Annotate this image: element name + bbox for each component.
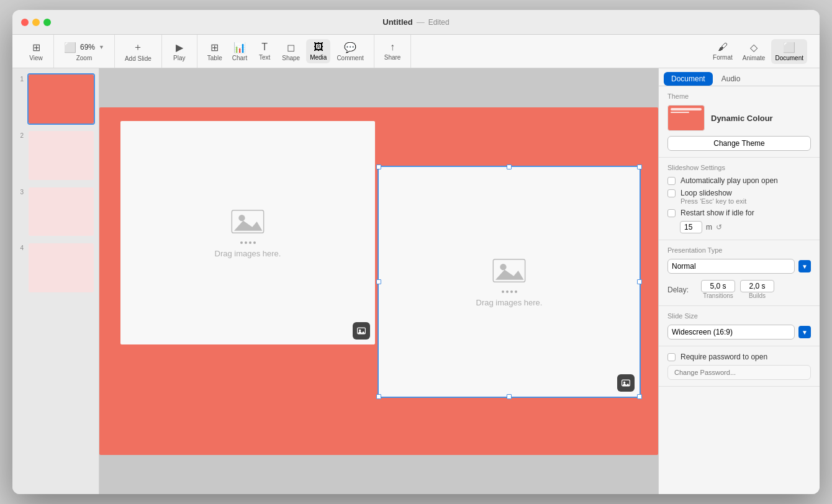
- tab-document[interactable]: Document: [664, 72, 713, 86]
- theme-thumbnail: [667, 105, 705, 131]
- slide-thumb-3[interactable]: 3: [16, 186, 95, 238]
- edited-badge: Edited: [428, 18, 450, 27]
- resize-handle-bm[interactable]: [507, 394, 512, 399]
- svg-point-1: [238, 215, 245, 221]
- idle-refresh-icon[interactable]: ↺: [716, 223, 722, 232]
- slide-number-1: 1: [16, 76, 24, 83]
- panel-tabs: Document Audio: [659, 68, 820, 86]
- text-button[interactable]: T Text: [253, 39, 276, 63]
- slide-size-select[interactable]: Widescreen (16:9): [667, 325, 795, 340]
- change-password-input[interactable]: [667, 365, 811, 380]
- table-label: Table: [207, 55, 222, 61]
- format-label: Format: [713, 54, 733, 61]
- slide-size-row: Widescreen (16:9) ▼: [667, 325, 811, 340]
- password-row: Require password to open: [667, 353, 811, 361]
- view-button[interactable]: ⊞ View: [25, 39, 47, 64]
- media-icon: 🖼: [314, 42, 323, 53]
- toolbar-play-group: ▶ Play: [162, 35, 197, 68]
- shape-button[interactable]: ◻ Shape: [278, 39, 304, 64]
- maximize-button[interactable]: [43, 19, 51, 26]
- add-slide-icon: ＋: [133, 41, 143, 54]
- animate-label: Animate: [743, 55, 766, 61]
- password-input-row: [667, 365, 811, 380]
- tab-audio[interactable]: Audio: [714, 72, 748, 86]
- delay-inputs: Transitions Builds: [701, 280, 774, 299]
- drag-label-1: Drag images here.: [215, 249, 281, 258]
- table-icon: ⊞: [210, 42, 219, 53]
- resize-handle-mr[interactable]: [637, 279, 642, 284]
- theme-section: Theme Dynamic Colour Change Theme: [659, 86, 820, 158]
- slide-number-2: 2: [16, 132, 24, 139]
- slide-thumb-2[interactable]: 2: [16, 130, 95, 181]
- password-checkbox[interactable]: [667, 353, 676, 361]
- play-button[interactable]: ▶ Play: [168, 39, 191, 64]
- media-label: Media: [310, 54, 327, 61]
- slide-thumb-4[interactable]: 4: [16, 242, 95, 294]
- auto-play-checkbox[interactable]: [667, 177, 676, 185]
- share-icon: ↑: [390, 42, 395, 53]
- add-slide-label: Add Slide: [125, 55, 151, 62]
- restart-label: Restart show if idle for: [681, 209, 754, 217]
- table-button[interactable]: ⊞ Table: [204, 39, 226, 64]
- minimize-button[interactable]: [32, 19, 40, 26]
- document-button[interactable]: ⬜ Document: [771, 39, 807, 64]
- slide-thumbnail-1[interactable]: [27, 73, 95, 125]
- animate-button[interactable]: ◇ Animate: [739, 39, 769, 64]
- image-placeholder-2[interactable]: Drag images here.: [379, 167, 640, 397]
- idle-input[interactable]: [680, 221, 702, 233]
- format-button[interactable]: 🖌 Format: [709, 39, 736, 63]
- media-icon-overlay-2: [621, 378, 631, 388]
- resize-handle-bl[interactable]: [376, 394, 381, 399]
- idle-unit: m: [706, 223, 712, 232]
- view-icon: ⊞: [32, 42, 40, 53]
- slide-preview-2: [29, 131, 94, 180]
- toolbar-panel-group: 🖌 Format ◇ Animate ⬜ Document: [703, 35, 813, 68]
- canvas-area: Drag images here.: [99, 68, 658, 494]
- slide-preview-1: [29, 74, 94, 124]
- theme-preview: Dynamic Colour: [667, 105, 811, 131]
- placeholder-mountain-icon-1: [229, 208, 266, 235]
- view-label: View: [29, 55, 43, 61]
- restart-checkbox[interactable]: [667, 209, 676, 217]
- builds-input[interactable]: [740, 280, 774, 292]
- close-button[interactable]: [21, 19, 29, 26]
- media-overlay-1: [353, 322, 370, 340]
- chart-button[interactable]: 📊 Chart: [228, 39, 251, 64]
- text-icon: T: [261, 42, 268, 53]
- slide-size-section: Slide Size Widescreen (16:9) ▼: [659, 306, 820, 346]
- toolbar-view-group: ⊞ View: [19, 35, 54, 68]
- transitions-group: Transitions: [701, 280, 735, 299]
- resize-handle-br[interactable]: [637, 394, 642, 399]
- loop-checkbox[interactable]: [667, 189, 676, 197]
- share-button[interactable]: ↑ Share: [381, 39, 405, 63]
- resize-handle-ml[interactable]: [376, 279, 381, 284]
- theme-name: Dynamic Colour: [711, 114, 773, 123]
- shape-icon: ◻: [287, 42, 295, 53]
- slide-thumbnail-2[interactable]: [27, 130, 95, 181]
- toolbar-share-group: ↑ Share: [374, 35, 412, 68]
- presentation-type-arrow: ▼: [798, 260, 811, 272]
- media-overlay-2: [617, 374, 635, 392]
- transitions-input[interactable]: [701, 280, 735, 292]
- auto-play-row: Automatically play upon open: [667, 176, 811, 185]
- slide-thumb-1[interactable]: 1: [16, 73, 95, 125]
- slide-thumbnail-3[interactable]: [27, 186, 95, 238]
- slide-preview-3: [29, 187, 94, 236]
- drag-label-2: Drag images here.: [476, 298, 543, 307]
- add-slide-button[interactable]: ＋ Add Slide: [121, 38, 155, 65]
- image-placeholder-1[interactable]: Drag images here.: [120, 121, 375, 344]
- resize-handle-tr[interactable]: [637, 164, 642, 169]
- slide-size-title: Slide Size: [667, 312, 811, 320]
- loop-row: Loop slideshow Press 'Esc' key to exit: [667, 189, 811, 205]
- slide-size-arrow: ▼: [798, 326, 811, 338]
- resize-handle-tm[interactable]: [507, 164, 512, 169]
- comment-button[interactable]: 💬 Comment: [333, 39, 367, 64]
- change-theme-button[interactable]: Change Theme: [667, 136, 811, 151]
- slideshow-settings-section: Slideshow Settings Automatically play up…: [659, 158, 820, 240]
- slide-thumbnail-4[interactable]: [27, 242, 95, 294]
- resize-handle-tl[interactable]: [376, 164, 381, 169]
- zoom-button[interactable]: ⬜ 69% ▼ Zoom: [60, 39, 108, 64]
- media-button[interactable]: 🖼 Media: [306, 39, 330, 63]
- password-section: Require password to open: [659, 346, 820, 387]
- presentation-type-select[interactable]: Normal: [667, 259, 795, 274]
